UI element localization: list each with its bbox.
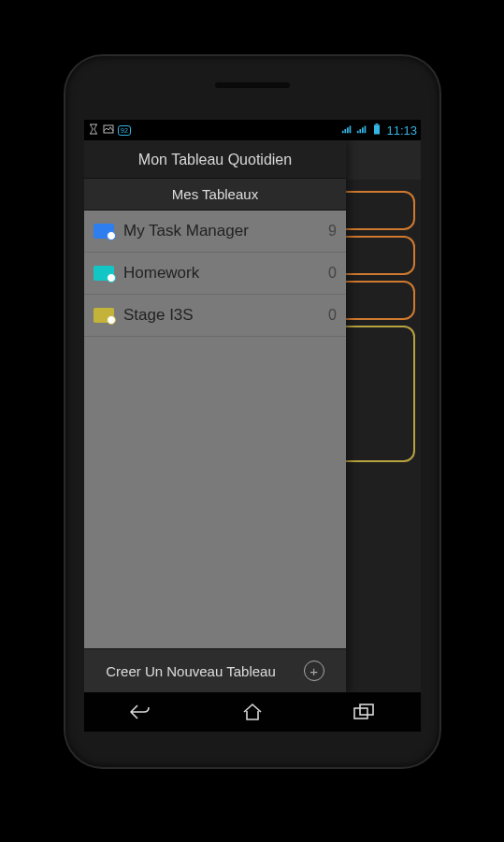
svg-rect-1 <box>374 125 380 135</box>
image-icon <box>103 123 114 137</box>
signal-icon-2 <box>356 123 367 137</box>
phone-frame: 92 11:13 ❮ <box>65 56 439 767</box>
clock-text: 11:13 <box>386 123 417 138</box>
tableau-list: My Task Manager 9 Homework 0 Stage I3S 0 <box>84 210 346 648</box>
tableau-item[interactable]: My Task Manager 9 <box>84 210 346 253</box>
navigation-drawer: Mon Tableau Quotidien Mes Tableaux My Ta… <box>84 140 346 692</box>
tableau-count: 0 <box>314 307 337 324</box>
create-tableau-label: Creer Un Nouveau Tableau <box>106 663 276 679</box>
home-button[interactable] <box>229 698 276 726</box>
battery-icon <box>371 123 382 137</box>
battery-badge: 92 <box>118 125 131 136</box>
tableau-label: My Task Manager <box>123 222 305 240</box>
svg-rect-4 <box>360 704 373 715</box>
tableau-count: 9 <box>314 223 337 240</box>
tableau-item[interactable]: Stage I3S 0 <box>84 295 346 337</box>
status-bar: 92 11:13 <box>84 120 421 140</box>
add-icon[interactable]: + <box>304 661 324 681</box>
app-body: ❮ M Date Date Conte Faire color <box>84 140 421 692</box>
svg-rect-3 <box>354 708 367 719</box>
system-nav-bar <box>84 692 421 732</box>
recents-button[interactable] <box>341 698 388 726</box>
signal-icon <box>341 123 353 137</box>
tableau-count: 0 <box>314 265 337 282</box>
screen: 92 11:13 ❮ <box>84 120 421 692</box>
svg-rect-2 <box>376 123 379 125</box>
tableau-icon <box>94 308 114 323</box>
drawer-section-header: Mes Tableaux <box>84 178 346 210</box>
drawer-title: Mon Tableau Quotidien <box>84 140 346 178</box>
drawer-footer[interactable]: Creer Un Nouveau Tableau + <box>84 648 346 692</box>
tableau-item[interactable]: Homework 0 <box>84 253 346 295</box>
hourglass-icon <box>88 123 99 137</box>
back-button[interactable] <box>117 698 164 726</box>
tableau-icon <box>94 266 114 281</box>
tableau-label: Homework <box>123 264 305 283</box>
tableau-icon <box>94 224 114 239</box>
tableau-label: Stage I3S <box>123 306 305 325</box>
